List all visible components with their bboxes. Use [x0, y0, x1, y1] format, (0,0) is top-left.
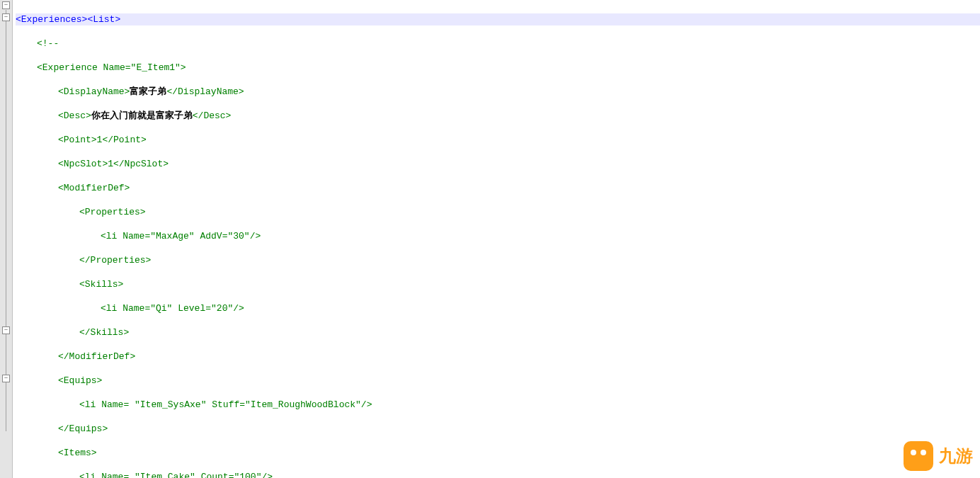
fold-toggle[interactable]: −: [2, 326, 10, 334]
code-line[interactable]: <!--: [16, 38, 980, 50]
code-line[interactable]: <Experience Name="E_Item1">: [16, 62, 980, 74]
code-line[interactable]: <li Name= "Item_Cake" Count="100"/>: [16, 471, 980, 478]
code-line[interactable]: </Properties>: [16, 254, 980, 266]
code-line[interactable]: <Desc>你在入门前就是富家子弟</Desc>: [16, 110, 980, 122]
fold-gutter[interactable]: − − − −: [0, 0, 13, 478]
code-line[interactable]: </Equips>: [16, 423, 980, 435]
fold-guide: [6, 10, 6, 431]
code-line[interactable]: <Experiences><List>: [16, 13, 980, 25]
fold-toggle[interactable]: −: [2, 1, 10, 9]
code-line[interactable]: </Skills>: [16, 326, 980, 338]
code-line[interactable]: <ModifierDef>: [16, 182, 980, 194]
code-line[interactable]: <Skills>: [16, 278, 980, 290]
code-content[interactable]: <Experiences><List> <!-- <Experience Nam…: [13, 0, 980, 478]
code-line[interactable]: <li Name="Qi" Level="20"/>: [16, 302, 980, 314]
watermark-icon: [904, 441, 933, 471]
code-line[interactable]: <Equips>: [16, 375, 980, 387]
fold-toggle[interactable]: −: [2, 13, 10, 21]
fold-toggle[interactable]: −: [2, 375, 10, 382]
code-line[interactable]: <DisplayName>富家子弟</DisplayName>: [16, 86, 980, 98]
code-line[interactable]: <li Name="MaxAge" AddV="30"/>: [16, 230, 980, 242]
watermark-text: 九游: [939, 445, 973, 467]
code-editor[interactable]: − − − − <Experiences><List> <!-- <Experi…: [0, 0, 980, 478]
code-line[interactable]: <li Name= "Item_SysAxe" Stuff="Item_Roug…: [16, 399, 980, 411]
code-line[interactable]: <Point>1</Point>: [16, 134, 980, 146]
watermark: 九游: [904, 441, 973, 471]
code-line[interactable]: <Properties>: [16, 206, 980, 218]
code-line[interactable]: <Items>: [16, 447, 980, 459]
code-line[interactable]: <NpcSlot>1</NpcSlot>: [16, 158, 980, 170]
code-line[interactable]: </ModifierDef>: [16, 351, 980, 363]
